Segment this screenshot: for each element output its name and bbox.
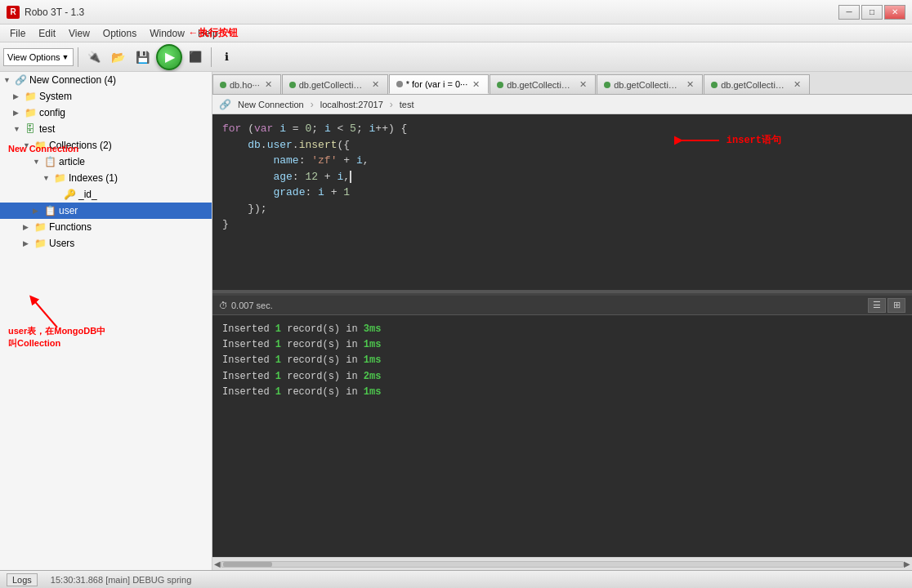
tab-4[interactable]: db.getCollection··· ✕ [597, 74, 703, 94]
connection-label: New Connection (4) [29, 74, 116, 86]
address-bar: 🔗 New Connection › localhost:27017 › tes… [212, 95, 912, 114]
tab-close-0[interactable]: ✕ [265, 79, 272, 90]
address-db: test [400, 100, 414, 109]
stop-button[interactable]: ⬛ [184, 46, 207, 69]
scroll-thumb[interactable] [223, 562, 272, 567]
tab-close-1[interactable]: ✕ [372, 79, 379, 90]
address-connection: New Connection [238, 100, 304, 109]
result-line-1: Inserted 1 record(s) in 3ms [222, 322, 902, 337]
info-button[interactable]: ℹ [216, 46, 239, 69]
run-button[interactable]: ▶ [156, 44, 182, 70]
tabs-bar: db.ho··· ✕ db.getCollection(··· ✕ * for … [212, 72, 912, 95]
tab-dot-5 [711, 82, 718, 88]
sidebar-item-system[interactable]: ▶ 📁 System [0, 88, 212, 105]
scroll-right-arrow[interactable]: ▶ [904, 559, 910, 568]
sidebar-label-collections: Collections (2) [49, 140, 112, 151]
menu-file[interactable]: File [3, 26, 32, 41]
status-log-text: 15:30:31.868 [main] DEBUG spring [51, 575, 191, 585]
sidebar-item-users[interactable]: ▶ 📁 Users [0, 235, 212, 252]
expand-arrow-config: ▶ [13, 109, 21, 117]
maximize-button[interactable]: □ [861, 5, 883, 20]
sidebar-item-functions[interactable]: ▶ 📁 Functions [0, 219, 212, 235]
sidebar-item-connection[interactable]: ▼ 🔗 New Connection (4) [0, 72, 212, 88]
sidebar-item-collections[interactable]: ▼ 📁 Collections (2) [0, 137, 212, 154]
folder-icon-functions: 📁 [34, 220, 47, 234]
result-content: Inserted 1 record(s) in 3ms Inserted 1 r… [212, 315, 912, 557]
folder-icon-collections: 📁 [34, 139, 47, 152]
tab-2[interactable]: * for (var i = 0··· ✕ [389, 74, 490, 94]
save-button[interactable]: 💾 [132, 46, 154, 69]
code-line-5: grade: i + 1 [222, 185, 902, 201]
sidebar-item-config[interactable]: ▶ 📁 config [0, 105, 212, 121]
tab-0[interactable]: db.ho··· ✕ [212, 74, 281, 94]
code-line-4: age: 12 + i, [222, 169, 902, 185]
tab-close-2[interactable]: ✕ [472, 79, 480, 90]
expand-arrow-functions: ▶ [23, 223, 31, 231]
menu-view[interactable]: View [62, 26, 96, 41]
menu-window[interactable]: Window [143, 26, 191, 41]
minimize-button[interactable]: ─ [838, 5, 860, 20]
scroll-left-arrow[interactable]: ◀ [214, 559, 221, 568]
addr-sep-2: › [390, 99, 393, 110]
code-line-1: for (var i = 0; i < 5; i++) { [222, 121, 902, 137]
new-connection-button[interactable]: 🔌 [83, 46, 105, 69]
tab-label-0: db.ho··· [230, 80, 260, 90]
result-view-text-button[interactable]: ☰ [868, 298, 886, 313]
sidebar-item-id[interactable]: ▶ 🔑 _id_ [0, 186, 212, 203]
sidebar-label-user: user [59, 205, 78, 216]
tab-dot-4 [604, 82, 610, 88]
sidebar-item-indexes[interactable]: ▼ 📁 Indexes (1) [0, 170, 212, 186]
tab-label-2: * for (var i = 0··· [406, 79, 468, 89]
db-icon-test: 🗄 [24, 122, 37, 136]
app-icon: R [7, 6, 20, 19]
tab-dot-2 [396, 81, 403, 87]
sidebar-label-functions: Functions [49, 221, 92, 233]
user-table-annotation: user表，在MongoDB中叫Collection [8, 325, 105, 350]
tab-5[interactable]: db.getCollection(··· ✕ [704, 74, 810, 94]
address-connection-icon: 🔗 [219, 99, 231, 110]
result-line-3: Inserted 1 record(s) in 1ms [222, 353, 902, 368]
index-icon: 🔑 [63, 188, 76, 201]
tab-label-4: db.getCollection··· [614, 80, 682, 90]
folder-icon-indexes: 📁 [53, 172, 66, 185]
view-options-label: View Options [7, 52, 60, 62]
scroll-track[interactable] [221, 561, 904, 568]
menu-edit[interactable]: Edit [32, 26, 62, 41]
expand-arrow-user: ▶ [33, 207, 41, 215]
result-line-5: Inserted 1 record(s) in 1ms [222, 385, 902, 400]
tab-close-3[interactable]: ✕ [579, 79, 587, 90]
tab-close-4[interactable]: ✕ [686, 79, 694, 90]
title-bar: R Robo 3T - 1.3 ─ □ ✕ [0, 0, 912, 24]
logs-label[interactable]: Logs [7, 573, 38, 586]
code-editor[interactable]: for (var i = 0; i < 5; i++) { db.user.in… [212, 114, 912, 290]
expand-arrow-users: ▶ [23, 239, 31, 247]
sidebar-label-config: config [39, 107, 65, 118]
tab-3[interactable]: db.getCollection(··· ✕ [490, 74, 596, 94]
sidebar-item-test[interactable]: ▼ 🗄 test [0, 121, 212, 137]
sidebar-item-article[interactable]: ▼ 📋 article [0, 154, 212, 170]
tab-dot-1 [289, 82, 296, 88]
tab-label-1: db.getCollection(··· [299, 80, 367, 90]
result-line-4: Inserted 1 record(s) in 2ms [222, 369, 902, 385]
tab-close-5[interactable]: ✕ [794, 79, 801, 90]
horizontal-scrollbar[interactable]: ◀ ▶ [212, 557, 912, 570]
expand-arrow-system: ▶ [13, 92, 21, 100]
addr-sep-1: › [311, 99, 314, 110]
result-view-table-button[interactable]: ⊞ [887, 298, 905, 313]
menu-help[interactable]: Help [191, 26, 225, 41]
menu-options[interactable]: Options [96, 26, 143, 41]
toolbar-separator-1 [78, 47, 78, 67]
folder-open-icon: 📂 [111, 51, 125, 64]
tab-label-3: db.getCollection(··· [507, 80, 574, 90]
view-options-dropdown[interactable]: View Options ▼ [3, 48, 74, 66]
address-host: localhost:27017 [320, 100, 383, 109]
close-button[interactable]: ✕ [884, 5, 905, 20]
code-line-3: name: 'zf' + i, [222, 153, 902, 169]
table-icon-user: 📋 [43, 204, 56, 217]
sidebar: ▼ 🔗 New Connection (4) ▶ 📁 System ▶ 📁 co… [0, 72, 212, 570]
save-icon: 💾 [136, 51, 150, 64]
sidebar-item-user[interactable]: ▶ 📋 user [0, 203, 212, 219]
result-line-2: Inserted 1 record(s) in 1ms [222, 337, 902, 353]
tab-1[interactable]: db.getCollection(··· ✕ [282, 74, 388, 94]
open-file-button[interactable]: 📂 [107, 46, 130, 69]
